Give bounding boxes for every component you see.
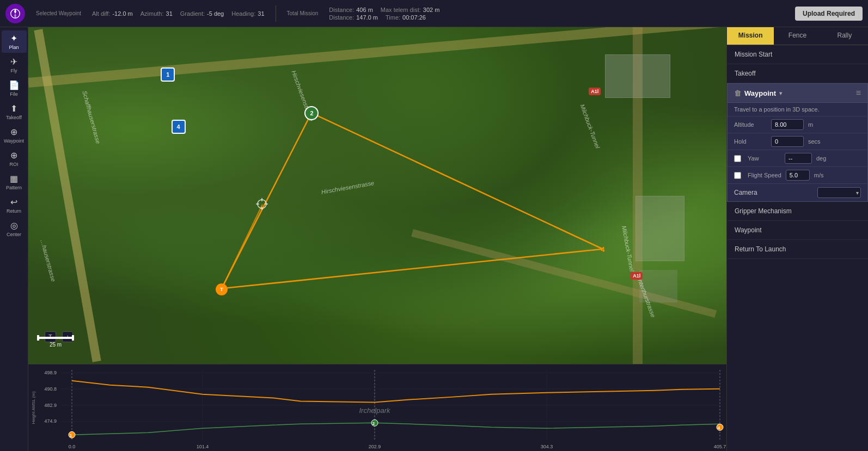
alt-diff-value: -12.0 m xyxy=(112,10,132,17)
elevation-panel: 1 2 4 498.9 490.8 482.9 474.9 0.0 101.4 … xyxy=(28,364,726,451)
hold-unit: secs xyxy=(808,138,821,145)
azimuth-label: Azimuth: xyxy=(140,10,164,17)
scale-bar: 25 m xyxy=(37,335,74,348)
waypoint-menu-icon[interactable]: ≡ xyxy=(856,88,861,98)
svg-text:0.0: 0.0 xyxy=(69,444,76,449)
plan-icon: ✦ xyxy=(10,33,17,44)
camera-select[interactable] xyxy=(817,187,861,198)
yaw-row: Yaw deg xyxy=(728,150,867,167)
right-sidebar: Mission Fence Rally Mission Start Takeof… xyxy=(726,27,868,451)
upload-button[interactable]: Upload Required xyxy=(795,7,863,21)
waypoint-4-path-label: 4 xyxy=(601,246,605,254)
waypoint-4-marker[interactable]: 4 xyxy=(172,120,186,134)
svg-text:Height AMSL (m): Height AMSL (m) xyxy=(31,391,36,424)
hold-label: Hold xyxy=(734,138,767,145)
sidebar-item-plan[interactable]: ✦ Plan xyxy=(2,30,27,53)
sidebar-item-waypoint[interactable]: ⊕ Waypoint xyxy=(2,124,27,146)
takeoff-icon: ⬆ xyxy=(10,103,17,114)
top-bar: Selected Waypoint Alt diff: -12.0 m Azim… xyxy=(0,0,868,27)
yaw-checkbox[interactable] xyxy=(734,155,741,162)
sidebar-label-pattern: Pattern xyxy=(6,185,22,190)
svg-text:4: 4 xyxy=(718,425,720,430)
flight-speed-row: Flight Speed m/s xyxy=(728,167,867,184)
sidebar-item-fly[interactable]: ✈ Fly xyxy=(2,54,27,76)
time-value: 00:07:26 xyxy=(402,14,426,21)
waypoint-item[interactable]: Waypoint xyxy=(727,221,868,240)
gradient-value: -5 deg xyxy=(207,10,224,17)
scale-label: 25 m xyxy=(50,342,62,348)
tab-rally[interactable]: Rally xyxy=(821,27,868,45)
return-to-launch-item[interactable]: Return To Launch xyxy=(727,240,868,259)
sidebar-label-waypoint: Waypoint xyxy=(4,138,24,144)
max-telem-value: 302 m xyxy=(423,7,440,13)
mission-start-item[interactable]: Mission Start xyxy=(727,45,868,64)
time-label: Time: xyxy=(386,14,400,21)
map-area[interactable]: Schaffhauserstrasse Hirschviesenstrasse … xyxy=(28,27,726,364)
sidebar-item-file[interactable]: 📄 File xyxy=(2,77,27,100)
waypoint-2-marker[interactable]: 2 xyxy=(304,106,319,120)
sidebar-item-center[interactable]: ◎ Center xyxy=(2,218,27,240)
tab-fence[interactable]: Fence xyxy=(774,27,821,45)
total-mission-label: Total Mission xyxy=(287,10,319,16)
svg-text:1: 1 xyxy=(70,433,72,438)
fly-icon: ✈ xyxy=(10,57,17,67)
waypoint-panel-title: 🗑 Waypoint ▾ xyxy=(734,89,782,97)
max-telem-label: Max telem dist: xyxy=(381,7,421,13)
yaw-unit: deg xyxy=(816,155,826,162)
yaw-label: Yaw xyxy=(748,155,780,162)
sidebar-label-fly: Fly xyxy=(11,68,17,73)
hold-row: Hold secs xyxy=(728,133,867,150)
waypoint-panel: 🗑 Waypoint ▾ ≡ Travel to a position in 3… xyxy=(727,83,868,202)
sidebar-item-roi[interactable]: ⊕ ROI xyxy=(2,147,27,170)
svg-text:474.9: 474.9 xyxy=(44,418,57,424)
elevation-chart: 1 2 4 498.9 490.8 482.9 474.9 0.0 101.4 … xyxy=(28,364,726,451)
total-dist-label: Distance: xyxy=(329,7,354,13)
sidebar-label-takeoff: Takeoff xyxy=(6,115,22,120)
roi-icon: ⊕ xyxy=(10,150,17,160)
sidebar-label-return: Return xyxy=(7,208,21,214)
svg-text:405.7: 405.7 xyxy=(714,444,726,449)
left-sidebar: ✦ Plan ✈ Fly 📄 File ⬆ Takeoff ⊕ Waypoint… xyxy=(0,27,28,451)
flight-speed-unit: m/s xyxy=(814,172,824,178)
camera-label: Camera xyxy=(734,189,813,196)
tab-mission[interactable]: Mission xyxy=(727,27,774,45)
altitude-input[interactable] xyxy=(771,119,804,130)
pattern-icon: ▦ xyxy=(10,174,18,184)
sidebar-item-takeoff[interactable]: ⬆ Takeoff xyxy=(2,101,27,123)
takeoff-marker[interactable]: T xyxy=(216,283,228,295)
altitude-row: Altitude m xyxy=(728,116,867,133)
svg-text:Irchelpark: Irchelpark xyxy=(359,406,392,415)
takeoff-item[interactable]: Takeoff xyxy=(727,64,868,83)
sidebar-label-center: Center xyxy=(7,232,21,237)
sidebar-item-return[interactable]: ↩ Return xyxy=(2,194,27,217)
distance-label: Distance: xyxy=(329,14,354,21)
yaw-input[interactable] xyxy=(785,153,812,164)
svg-text:498.9: 498.9 xyxy=(44,370,57,375)
total-dist-value: 406 m xyxy=(356,7,373,13)
waypoint-1-marker[interactable]: 1 xyxy=(161,67,175,82)
camera-row: Camera ▾ xyxy=(728,184,867,201)
svg-text:304.3: 304.3 xyxy=(541,444,553,449)
sidebar-item-pattern[interactable]: ▦ Pattern xyxy=(2,171,27,193)
waypoint-panel-header: 🗑 Waypoint ▾ ≡ xyxy=(728,84,867,103)
file-icon: 📄 xyxy=(9,80,20,90)
hold-input[interactable] xyxy=(771,136,804,147)
waypoint-description: Travel to a position in 3D space. xyxy=(728,103,867,116)
gradient-label: Gradient: xyxy=(180,10,205,17)
dropdown-icon[interactable]: ▾ xyxy=(779,90,782,96)
selected-waypoint-label: Selected Waypoint xyxy=(36,10,81,17)
sidebar-label-roi: ROI xyxy=(9,162,18,167)
crosshair-marker[interactable] xyxy=(256,198,268,210)
svg-text:101.4: 101.4 xyxy=(197,444,209,449)
waypoint-title-label: Waypoint xyxy=(744,89,776,97)
flight-speed-input[interactable] xyxy=(786,170,810,181)
alt-diff-label: Alt diff: xyxy=(92,10,110,17)
gripper-mechanism-item[interactable]: Gripper Mechanism xyxy=(727,202,868,221)
trash-icon[interactable]: 🗑 xyxy=(734,89,741,97)
a1l-badge-bottom: A1l xyxy=(631,272,643,280)
flight-speed-checkbox[interactable] xyxy=(734,172,741,179)
flight-speed-label: Flight Speed xyxy=(748,172,781,178)
svg-text:490.8: 490.8 xyxy=(44,386,57,392)
center-icon: ◎ xyxy=(10,220,18,231)
sidebar-label-file: File xyxy=(10,91,18,97)
